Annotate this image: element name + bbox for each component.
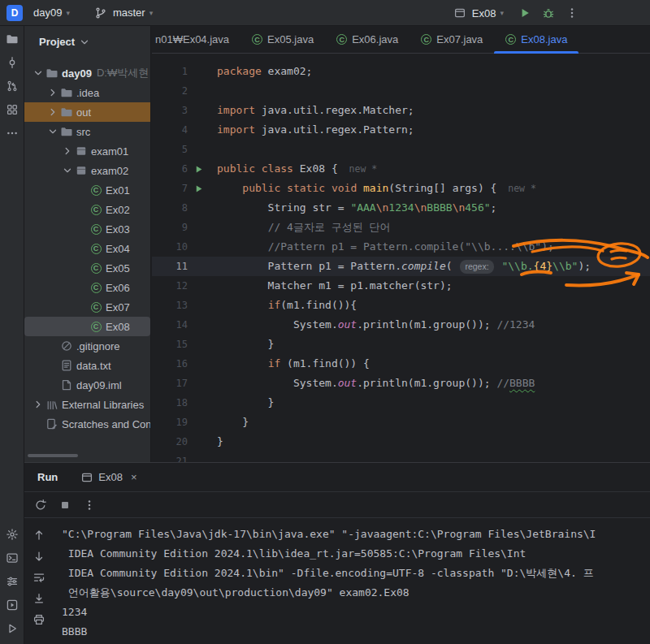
more-tools-icon[interactable] — [5, 126, 20, 140]
project-panel-header[interactable]: Project — [24, 26, 150, 57]
code-text[interactable]: import java.util.regex.Pattern; — [217, 120, 414, 140]
code-text[interactable]: Matcher m1 = p1.matcher(str); — [217, 276, 453, 296]
editor-tab-ex08-java[interactable]: CEx08.java — [494, 26, 578, 53]
debug-button[interactable] — [540, 5, 557, 21]
run-line-icon[interactable] — [188, 179, 209, 198]
chevron-right-icon[interactable] — [47, 106, 58, 118]
branch-selector[interactable]: master ▾ — [87, 2, 158, 24]
run-tab-ex08[interactable]: Ex08 × — [80, 471, 136, 484]
code-text[interactable]: } — [217, 413, 249, 432]
tree-item-scratches-and-consoles[interactable]: Scratches and Consoles — [24, 414, 150, 434]
scroll-end-icon[interactable] — [30, 590, 48, 607]
tree-item--gitignore[interactable]: .gitignore — [24, 336, 150, 356]
line-number[interactable]: 12 — [152, 276, 188, 296]
settings-icon[interactable] — [5, 527, 20, 542]
tree-item-ex04[interactable]: CEx04 — [24, 239, 150, 258]
services-icon[interactable] — [5, 598, 20, 612]
code-text[interactable]: if (m1.find()) { — [217, 354, 370, 374]
code-text[interactable]: public class Ex08 { new * — [217, 159, 377, 179]
line-number[interactable]: 5 — [152, 140, 188, 159]
editor-tab-ex06-java[interactable]: CEx06.java — [325, 26, 410, 53]
print-icon[interactable] — [30, 611, 48, 629]
tree-item-ex01[interactable]: CEx01 — [24, 180, 150, 200]
pull-requests-icon[interactable] — [5, 79, 20, 93]
editor-tab-ex05-java[interactable]: CEx05.java — [240, 26, 325, 53]
tree-item-exam01[interactable]: exam01 — [24, 141, 150, 161]
code-text[interactable]: String str = "AAA\n1234\nBBBB\n456"; — [217, 198, 496, 218]
line-number[interactable]: 3 — [152, 101, 188, 120]
soft-wrap-icon[interactable] — [30, 568, 48, 586]
line-number[interactable]: 14 — [152, 315, 188, 335]
code-text[interactable]: System.out.println(m1.group()); //1234 — [217, 315, 535, 335]
code-editor[interactable]: 1package exam02;23import java.util.regex… — [152, 54, 650, 462]
line-number[interactable]: 17 — [152, 374, 188, 393]
line-number[interactable]: 16 — [152, 354, 188, 374]
editor-tab-n01-ex04-java[interactable]: n01₩Ex04.java — [152, 26, 240, 53]
line-number[interactable]: 10 — [152, 237, 188, 257]
project-folder-icon[interactable] — [5, 32, 20, 46]
tree-item-ex05[interactable]: CEx05 — [24, 258, 150, 278]
chevron-right-icon[interactable] — [62, 145, 73, 157]
close-icon[interactable]: × — [131, 471, 137, 483]
tree-item--idea[interactable]: .idea — [24, 83, 150, 102]
stop-icon[interactable] — [57, 497, 73, 513]
line-number[interactable]: 18 — [152, 393, 188, 413]
line-number[interactable]: 4 — [152, 120, 188, 140]
line-number[interactable]: 6 — [152, 159, 188, 179]
horizontal-scrollbar[interactable] — [28, 454, 78, 457]
line-number[interactable]: 11 — [152, 257, 188, 276]
code-text[interactable]: if(m1.find()){ — [217, 296, 357, 315]
code-text[interactable]: } — [217, 432, 223, 452]
tree-item-day09[interactable]: day09D:₩박세현 — [24, 63, 150, 83]
line-number[interactable]: 7 — [152, 179, 188, 198]
code-text[interactable]: public static void main(String[] args) {… — [217, 179, 536, 198]
chevron-down-icon[interactable] — [47, 126, 58, 137]
rerun-icon[interactable] — [32, 497, 49, 513]
run-button[interactable] — [517, 5, 533, 21]
commit-icon[interactable] — [5, 55, 20, 70]
tree-item-out[interactable]: out — [24, 102, 150, 122]
run-tool-icon[interactable] — [5, 621, 20, 636]
terminal-icon[interactable] — [5, 551, 20, 565]
chevron-down-icon[interactable] — [62, 165, 73, 176]
code-text[interactable]: } — [217, 393, 274, 413]
tree-item-day09-iml[interactable]: day09.iml — [24, 375, 150, 395]
tree-item-external-libraries[interactable]: External Libraries — [24, 395, 150, 414]
structure-icon[interactable] — [5, 102, 20, 117]
code-text[interactable]: Pattern p1 = Pattern.compile( regex: "\\… — [217, 257, 591, 276]
arrow-down-icon[interactable] — [30, 547, 48, 565]
more-actions-button[interactable] — [564, 5, 580, 21]
tree-item-ex07[interactable]: CEx07 — [24, 297, 150, 317]
console-output[interactable]: "C:\Program Files\Java\jdk-17\bin\java.e… — [54, 520, 650, 644]
tree-item-exam02[interactable]: exam02 — [24, 161, 150, 180]
run-line-icon[interactable] — [188, 159, 209, 179]
code-text[interactable]: System.out.println(m1.group()); //BBBB — [217, 374, 535, 393]
tree-item-src[interactable]: src — [24, 122, 150, 141]
tree-item-data-txt[interactable]: data.txt — [24, 356, 150, 375]
app-logo[interactable]: D — [6, 5, 23, 21]
line-number[interactable]: 20 — [152, 432, 188, 452]
line-number[interactable]: 2 — [152, 81, 188, 101]
tree-item-ex02[interactable]: CEx02 — [24, 200, 150, 219]
line-number[interactable]: 13 — [152, 296, 188, 315]
chevron-right-icon[interactable] — [47, 87, 58, 98]
line-number[interactable]: 1 — [152, 62, 188, 81]
editor-tab-ex07-java[interactable]: CEx07.java — [410, 26, 494, 53]
line-number[interactable]: 21 — [152, 452, 188, 462]
arrow-up-icon[interactable] — [30, 526, 48, 544]
run-configurations-icon[interactable] — [5, 574, 20, 589]
line-number[interactable]: 15 — [152, 335, 188, 354]
code-text[interactable]: import java.util.regex.Matcher; — [217, 101, 414, 120]
project-selector[interactable]: day09 ▾ — [28, 4, 76, 21]
line-number[interactable]: 9 — [152, 218, 188, 237]
tree-item-ex03[interactable]: CEx03 — [24, 219, 150, 239]
code-text[interactable]: } — [217, 335, 274, 354]
more-vertical-icon[interactable] — [81, 497, 98, 513]
code-text[interactable]: package exam02; — [217, 62, 312, 81]
line-number[interactable]: 19 — [152, 413, 188, 432]
code-text[interactable]: //Pattern p1 = Pattern.compile("\\b....\… — [217, 237, 554, 257]
chevron-right-icon[interactable] — [32, 399, 44, 410]
tree-item-ex08[interactable]: CEx08 — [24, 317, 150, 336]
tree-item-ex06[interactable]: CEx06 — [24, 278, 150, 297]
code-text[interactable]: // 4글자로 구성된 단어 — [217, 218, 391, 237]
